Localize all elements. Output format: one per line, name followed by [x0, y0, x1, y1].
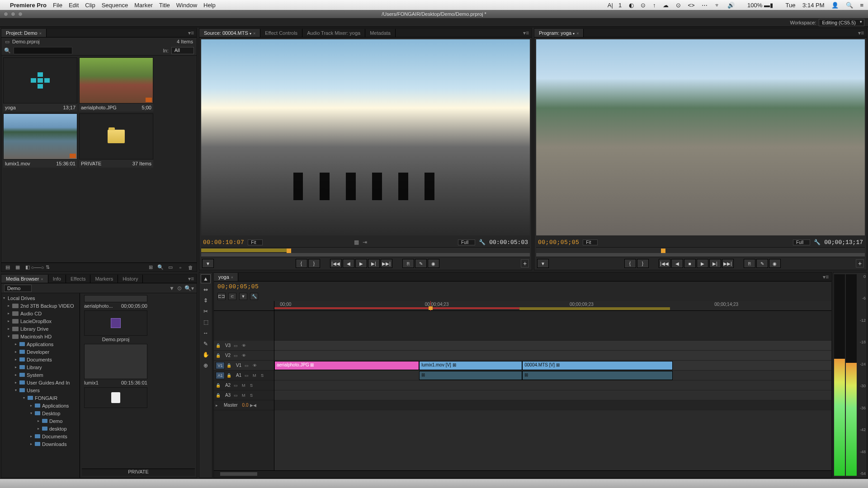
wifi-icon[interactable]: ᯤ	[715, 2, 721, 9]
mb-filter-icon[interactable]: ▼	[169, 285, 175, 291]
snap-button[interactable]: ⊏⊐	[217, 293, 226, 300]
go-to-out-button[interactable]: ▶▶|	[722, 259, 734, 268]
close-icon[interactable]: ×	[253, 31, 255, 36]
settings-icon[interactable]: 🔧	[479, 239, 486, 245]
program-timecode-current[interactable]: 00;00;05;05	[538, 239, 579, 246]
battery-status[interactable]: 100% ▬▮	[742, 2, 773, 9]
safe-margins-icon[interactable]: ▦	[354, 239, 359, 245]
menu-file[interactable]: File	[53, 2, 62, 9]
toggle-output-icon[interactable]: ▭	[234, 353, 240, 358]
track-header-v3[interactable]: 🔒V3▭👁	[214, 341, 274, 351]
tab-project[interactable]: Project: Demo×	[1, 29, 47, 37]
panel-menu-icon[interactable]: ▾≡	[520, 30, 532, 36]
mb-content[interactable]: aerialphoto...00;00;05;00 Demo.prproj lu…	[80, 293, 197, 478]
slide-tool[interactable]: ↔	[201, 328, 211, 338]
lock-icon[interactable]: 🔒	[216, 383, 222, 388]
track-header-a2[interactable]: 🔒A2▭MS	[214, 380, 274, 390]
mb-item[interactable]: lumix100:15:36:01	[82, 344, 150, 385]
mark-in-button[interactable]: {	[296, 259, 307, 268]
tab-media-browser[interactable]: Media Browser×	[1, 275, 48, 283]
trash-icon[interactable]: 🗑	[187, 264, 194, 271]
output-icon[interactable]: ⇥	[363, 239, 367, 245]
lock-icon[interactable]: 🔒	[226, 373, 233, 378]
menu-marker[interactable]: Marker	[134, 2, 152, 9]
export-frame-button[interactable]: ◉	[428, 259, 439, 268]
lock-icon[interactable]: 🔒	[216, 393, 222, 398]
timeline-ruler[interactable]: 00;00 00;00;04;23 00;00;09;23 00;00;14;2…	[274, 301, 831, 310]
menu-title[interactable]: Title	[159, 2, 170, 9]
zoom-tool[interactable]: ⊕	[201, 361, 211, 370]
timeline-audio-clip[interactable]: ⊠	[522, 371, 673, 380]
track-header-a3[interactable]: 🔒A3▭MS	[214, 390, 274, 400]
toggle-output-icon[interactable]: ▭	[245, 363, 251, 368]
timeline-clip[interactable]: lumix1.mov [V] ⊠	[419, 361, 522, 370]
track-header-a1[interactable]: A1🔒A1▭MS	[214, 371, 274, 380]
tab-effects[interactable]: Effects	[66, 275, 90, 283]
window-minimize-icon[interactable]	[11, 12, 15, 16]
zoom-slider[interactable]: ○──○	[34, 264, 41, 271]
timeline-timecode[interactable]: 00;00;05;05	[217, 283, 259, 290]
mb-path-selector[interactable]: Demo	[4, 285, 32, 292]
tab-audio-mixer[interactable]: Audio Track Mixer: yoga	[302, 29, 365, 37]
source-scrubber[interactable]	[201, 247, 530, 257]
lock-icon[interactable]: 🔒	[216, 343, 222, 348]
mb-folder-tree[interactable]: ▾Local Drives ▸2nd 3TB Backup VIDEO ▸Aud…	[1, 293, 80, 478]
slip-tool[interactable]: ⬚	[201, 318, 211, 327]
timeline-audio-clip[interactable]: ⊠	[419, 371, 522, 380]
app-name[interactable]: Premiere Pro	[10, 2, 47, 9]
export-frame-button[interactable]: ◉	[769, 259, 781, 268]
button-editor-icon[interactable]: +	[521, 259, 529, 267]
status-icon[interactable]: ⊙	[676, 2, 681, 9]
close-icon[interactable]: ×	[576, 31, 579, 36]
eye-icon[interactable]: 👁	[242, 343, 248, 348]
panel-menu-icon[interactable]: ▾≡	[185, 276, 197, 282]
clock[interactable]: Tue 3:14 PM	[780, 2, 825, 9]
menu-clip[interactable]: Clip	[85, 2, 95, 9]
sort-icon[interactable]: ⇅	[44, 264, 51, 271]
go-to-in-button[interactable]: |◀◀	[330, 259, 342, 268]
window-zoom-icon[interactable]	[18, 12, 23, 16]
hand-tool[interactable]: ✋	[201, 350, 211, 359]
mb-item[interactable]: aerialphoto...00;00;05;00	[82, 295, 150, 309]
overwrite-button[interactable]: ✎	[415, 259, 427, 268]
workspace-selector[interactable]: Editing (CS5.5)	[819, 19, 864, 26]
new-item-icon[interactable]: ▫	[177, 264, 184, 271]
source-a1-target[interactable]: A1	[216, 372, 225, 379]
panel-menu-icon[interactable]: ▾≡	[185, 30, 197, 36]
tab-sequence[interactable]: yoga×	[214, 273, 238, 281]
mute-icon[interactable]: M	[242, 383, 248, 388]
go-to-in-button[interactable]: |◀◀	[659, 259, 670, 268]
status-icon[interactable]: ↑	[653, 2, 656, 9]
tab-markers[interactable]: Markers	[90, 275, 118, 283]
step-back-button[interactable]: ◀	[671, 259, 683, 268]
timeline-zoom-scrollbar[interactable]	[214, 470, 831, 478]
pen-tool[interactable]: ✎	[201, 339, 211, 348]
source-timecode-current[interactable]: 00:00:10:07	[203, 239, 244, 246]
play-button[interactable]: ▶	[355, 259, 367, 268]
adobe-icon[interactable]: A|1	[608, 2, 622, 9]
tab-effect-controls[interactable]: Effect Controls	[260, 29, 302, 37]
tab-source[interactable]: Source: 00004.MTS ▾×	[199, 29, 260, 37]
mac-dock[interactable]	[0, 479, 868, 488]
menu-sequence[interactable]: Sequence	[102, 2, 128, 9]
panel-menu-icon[interactable]: ▾≡	[820, 274, 831, 280]
project-search-input[interactable]	[14, 47, 72, 54]
menu-help[interactable]: Help	[203, 2, 216, 9]
project-grid[interactable]: yoga13;17 aerialphoto.JPG5;00 lumix1.mov…	[1, 56, 197, 263]
track-header-v2[interactable]: 🔒V2▭👁	[214, 351, 274, 361]
mark-out-button[interactable]: }	[637, 259, 649, 268]
play-button[interactable]: ▶	[697, 259, 708, 268]
spotlight-icon[interactable]: 🔍	[846, 2, 853, 9]
lift-button[interactable]: ⎘	[744, 259, 755, 268]
lock-icon[interactable]: 🔒	[226, 363, 233, 368]
marker-button[interactable]: ▼	[239, 293, 247, 300]
icon-view-icon[interactable]: ▦	[14, 264, 21, 271]
automate-icon[interactable]: ⊞	[147, 264, 154, 271]
project-item-folder[interactable]: PRIVATE37 Items	[79, 113, 153, 168]
step-forward-button[interactable]: ▶|	[709, 259, 721, 268]
mb-item[interactable]	[82, 387, 150, 408]
mb-item[interactable]: Demo.prproj	[82, 310, 150, 342]
solo-icon[interactable]: S	[261, 373, 267, 378]
selection-tool[interactable]: ▲	[201, 274, 211, 283]
timeline-clip[interactable]: aerialphoto.JPG ⊠	[274, 361, 419, 370]
